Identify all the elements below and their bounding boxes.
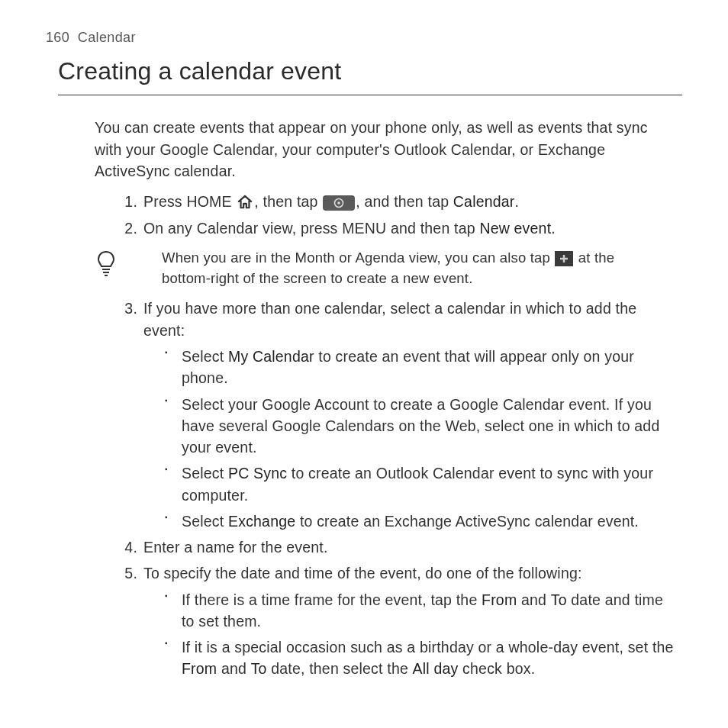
step-5-bullets: If there is a time frame for the event, … bbox=[165, 589, 675, 680]
from-label: From bbox=[182, 660, 217, 677]
step-number: 1. bbox=[119, 191, 137, 212]
step-text: On any Calendar view, press MENU and the… bbox=[143, 220, 479, 237]
step-number: 5. bbox=[119, 562, 137, 584]
pc-sync-label: PC Sync bbox=[228, 465, 287, 482]
step-3-bullets: Select My Calendar to create an event th… bbox=[165, 346, 675, 532]
page-header: 160 Calendar bbox=[46, 27, 682, 47]
page-title: Creating a calendar event bbox=[58, 53, 682, 95]
tip-row: When you are in the Month or Agenda view… bbox=[95, 248, 675, 289]
step-number: 4. bbox=[119, 536, 137, 558]
bullet-my-calendar: Select My Calendar to create an event th… bbox=[165, 346, 675, 389]
exchange-label: Exchange bbox=[228, 513, 295, 530]
step-4: 4. Enter a name for the event. bbox=[125, 536, 675, 558]
steps-list: 1. Press HOME , then tap , and then tap … bbox=[125, 191, 675, 239]
step-text: To specify the date and time of the even… bbox=[143, 565, 582, 581]
step-3: 3. If you have more than one calendar, s… bbox=[125, 298, 675, 532]
bullet-all-day: If it is a special occasion such as a bi… bbox=[165, 636, 675, 680]
bullet-time-frame: If there is a time frame for the event, … bbox=[165, 589, 675, 633]
step-text: Press HOME bbox=[143, 193, 236, 210]
step-1: 1. Press HOME , then tap , and then tap … bbox=[125, 191, 675, 212]
step-text: Enter a name for the event. bbox=[143, 539, 328, 556]
step-text: . bbox=[551, 220, 556, 237]
bullet-exchange: Select Exchange to create an Exchange Ac… bbox=[165, 511, 675, 532]
bullet-google-account: Select your Google Account to create a G… bbox=[165, 394, 675, 459]
step-text: , and then tap bbox=[356, 193, 453, 210]
step-text: , then tap bbox=[254, 193, 322, 210]
apps-button-icon bbox=[323, 195, 355, 211]
step-number: 2. bbox=[119, 217, 137, 239]
svg-point-1 bbox=[337, 201, 340, 205]
step-5: 5. To specify the date and time of the e… bbox=[125, 562, 675, 679]
page-number: 160 bbox=[46, 30, 69, 45]
intro-paragraph: You can create events that appear on you… bbox=[95, 117, 675, 182]
from-label: From bbox=[482, 591, 517, 608]
calendar-label: Calendar bbox=[453, 193, 515, 210]
step-2: 2. On any Calendar view, press MENU and … bbox=[125, 217, 675, 239]
tip-part: When you are in the Month or Agenda view… bbox=[162, 250, 554, 266]
to-label: To bbox=[251, 660, 267, 677]
to-label: To bbox=[551, 591, 567, 608]
section-name: Calendar bbox=[78, 30, 136, 45]
my-calendar-label: My Calendar bbox=[228, 348, 314, 365]
bullet-pc-sync: Select PC Sync to create an Outlook Cale… bbox=[165, 462, 675, 506]
step-number: 3. bbox=[119, 298, 137, 319]
all-day-label: All day bbox=[413, 660, 459, 677]
new-event-label: New event bbox=[479, 220, 551, 237]
lightbulb-icon bbox=[95, 250, 131, 282]
steps-list-continued: 3. If you have more than one calendar, s… bbox=[125, 298, 675, 679]
step-text: If you have more than one calendar, sele… bbox=[143, 300, 636, 338]
step-text: . bbox=[515, 193, 520, 210]
tip-text: When you are in the Month or Agenda view… bbox=[162, 248, 667, 289]
home-icon bbox=[237, 195, 253, 210]
plus-icon bbox=[555, 251, 573, 266]
